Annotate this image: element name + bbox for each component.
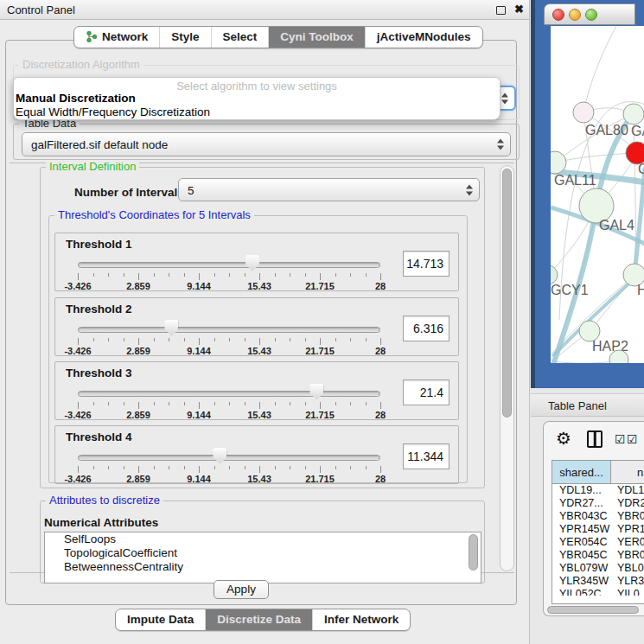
table-row[interactable]: YDL19...YDL1 xyxy=(552,484,644,497)
split-columns-icon[interactable] xyxy=(587,430,603,448)
tab-style[interactable]: Style xyxy=(159,27,210,48)
slider-tick-label: 2.859 xyxy=(126,346,150,356)
network-edge[interactable] xyxy=(583,26,616,112)
number-of-intervals-combo[interactable]: 5 xyxy=(178,178,480,201)
table-row[interactable]: YBR043CYBR0 xyxy=(552,510,644,523)
tab-network[interactable]: Network xyxy=(74,27,159,48)
tab-infer-network[interactable]: Infer Network xyxy=(312,609,410,630)
slider-tick xyxy=(380,338,381,345)
network-canvas[interactable]: GAL80GACGAL11GAL4GCY1HHAP2 xyxy=(551,26,644,363)
attribute-list-item[interactable]: SelfLoops xyxy=(45,532,481,546)
tab-select[interactable]: Select xyxy=(211,27,269,48)
slider-track[interactable] xyxy=(78,455,380,461)
float-window-icon[interactable] xyxy=(496,6,506,15)
cell-name[interactable]: YPR1 xyxy=(611,523,644,536)
scrollbar-thumb[interactable] xyxy=(502,169,512,418)
checkbox-icon[interactable]: ☑ xyxy=(615,432,626,446)
cell-shared-name[interactable]: YLR345W xyxy=(552,575,611,588)
threshold-1-slider[interactable]: -3.4262.8599.14415.4321.71528 xyxy=(78,254,382,290)
cell-name[interactable]: YBL0 xyxy=(611,562,644,575)
close-button[interactable] xyxy=(552,9,564,21)
table-row[interactable]: YLR345WYLR3 xyxy=(552,575,644,588)
table-row[interactable]: YIL052CYIL0 xyxy=(552,588,644,596)
dropdown-option-manual-discretization[interactable]: Manual Discretization xyxy=(16,92,136,105)
table-row[interactable]: YER054CYER0 xyxy=(552,536,644,549)
tab-cyni-toolbox[interactable]: Cyni Toolbox xyxy=(268,27,365,48)
column-header-name[interactable]: n xyxy=(611,461,644,483)
slider-thumb[interactable] xyxy=(213,448,226,464)
cell-name[interactable]: YDL1 xyxy=(611,484,644,497)
slider-tick xyxy=(245,402,245,405)
close-icon[interactable]: ✖ xyxy=(514,3,524,16)
cell-shared-name[interactable]: YDL19... xyxy=(552,484,611,497)
slider-tick xyxy=(78,402,79,409)
slider-tick xyxy=(245,466,245,469)
slider-tick xyxy=(154,338,155,341)
cell-shared-name[interactable]: YBR045C xyxy=(552,549,611,562)
table-data-combo[interactable]: galFiltered.sif default node xyxy=(22,132,511,156)
threshold-3-slider[interactable]: -3.4262.8599.14415.4321.71528 xyxy=(78,383,382,419)
cell-name[interactable]: YER0 xyxy=(611,536,644,549)
threshold-1-value-field[interactable] xyxy=(403,251,450,277)
slider-tick xyxy=(124,273,124,277)
cell-name[interactable]: YLR3 xyxy=(611,575,644,588)
slider-thumb[interactable] xyxy=(309,384,323,400)
slider-tick xyxy=(320,338,321,345)
threshold-4-value-field[interactable] xyxy=(403,443,450,469)
slider-thumb[interactable] xyxy=(164,320,178,336)
threshold-2-slider[interactable]: -3.4262.8599.14415.4321.71528 xyxy=(78,319,382,355)
network-node[interactable] xyxy=(551,265,558,284)
table-row[interactable]: YBR045CYBR0 xyxy=(552,549,644,562)
dropdown-option-equal-width-frequency[interactable]: Equal Width/Frequency Discretization xyxy=(16,105,210,118)
threshold-4-slider[interactable]: -3.4262.8599.14415.4321.71528 xyxy=(78,447,382,483)
network-graph[interactable]: GAL80GACGAL11GAL4GCY1HHAP2 xyxy=(551,26,644,363)
threshold-3-value-field[interactable] xyxy=(403,379,450,405)
network-icon xyxy=(86,30,98,43)
zoom-button[interactable] xyxy=(585,9,597,21)
minimize-button[interactable] xyxy=(569,9,581,21)
cell-name[interactable]: YIL0 xyxy=(611,588,644,596)
network-node[interactable] xyxy=(623,104,644,124)
cell-shared-name[interactable]: YIL052C xyxy=(552,588,611,596)
control-panel-titlebar[interactable]: Control Panel ✖ xyxy=(0,0,529,20)
table-row[interactable]: YBL079WYBL0 xyxy=(552,562,644,575)
cell-name[interactable]: YDR2 xyxy=(611,497,644,510)
slider-track[interactable] xyxy=(78,262,380,268)
cell-name[interactable]: YBR0 xyxy=(611,510,644,523)
table-panel-titlebar[interactable]: Table Panel xyxy=(531,393,644,417)
tab-jactivemnodules[interactable]: jActiveMNodules xyxy=(365,27,482,48)
scrollbar-thumb[interactable] xyxy=(547,606,639,614)
cell-name[interactable]: YBR0 xyxy=(611,549,644,562)
numerical-attributes-list[interactable]: SelfLoopsTopologicalCoefficientBetweenne… xyxy=(44,532,481,583)
cell-shared-name[interactable]: YBL079W xyxy=(552,562,611,575)
threshold-2-value-field[interactable] xyxy=(403,316,450,341)
attribute-list-item[interactable]: BetweennessCentrality xyxy=(45,560,481,574)
cyni-toolbox-panel: Discretization Algorithm Select algorith… xyxy=(5,40,517,605)
table-horizontal-scrollbar[interactable] xyxy=(545,606,644,615)
network-view-window[interactable]: GAL80GACGAL11GAL4GCY1HHAP2 xyxy=(531,0,644,388)
slider-track[interactable] xyxy=(78,391,380,397)
cell-shared-name[interactable]: YER054C xyxy=(552,536,611,549)
apply-button[interactable]: Apply xyxy=(214,580,269,599)
gear-icon[interactable]: ⚙ xyxy=(556,428,571,449)
table-row[interactable]: YPR145WYPR1 xyxy=(552,523,644,536)
network-edge[interactable] xyxy=(552,360,619,363)
attribute-list-item[interactable]: TopologicalCoefficient xyxy=(45,546,481,560)
panel-vertical-scrollbar[interactable] xyxy=(500,165,514,571)
slider-tick-label: -3.426 xyxy=(64,410,91,420)
cell-shared-name[interactable]: YDR27... xyxy=(552,497,611,510)
checkbox-icon[interactable]: ☑ xyxy=(627,432,638,446)
network-window-titlebar[interactable] xyxy=(544,3,635,25)
table-row[interactable]: YDR27...YDR2 xyxy=(552,497,644,510)
slider-track[interactable] xyxy=(78,327,380,333)
cell-shared-name[interactable]: YPR145W xyxy=(552,523,611,536)
network-edge[interactable] xyxy=(555,153,636,163)
tab-impute-data[interactable]: Impute Data xyxy=(116,609,205,630)
network-node[interactable] xyxy=(573,102,594,123)
slider-thumb[interactable] xyxy=(245,255,259,271)
cell-shared-name[interactable]: YBR043C xyxy=(552,510,611,523)
list-scrollbar[interactable] xyxy=(469,534,478,571)
column-header-shared-name[interactable]: shared... xyxy=(552,461,611,483)
tab-discretize-data[interactable]: Discretize Data xyxy=(205,609,312,630)
node-attribute-table[interactable]: shared... n YDL19...YDL1YDR27...YDR2YBR0… xyxy=(552,460,644,604)
